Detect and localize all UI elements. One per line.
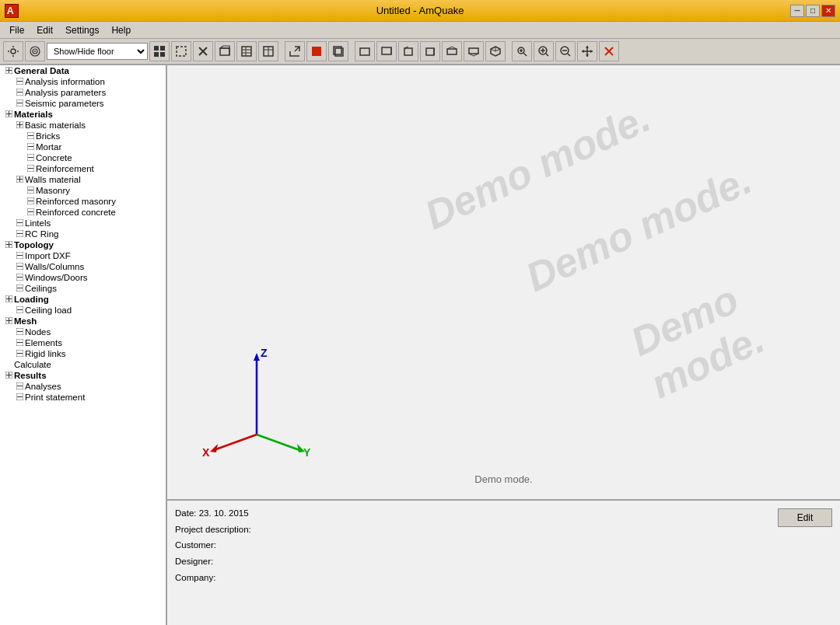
tree-item-bricks[interactable]: Bricks — [0, 131, 166, 141]
svg-rect-12 — [154, 52, 159, 57]
reset-btn[interactable] — [599, 41, 619, 61]
top-view-btn[interactable] — [442, 41, 462, 61]
menu-item-help[interactable]: Help — [105, 23, 137, 37]
tree-item-import-dxf[interactable]: Import DXF — [0, 250, 166, 261]
iso-view-btn[interactable] — [485, 41, 506, 61]
edit-button[interactable]: Edit — [778, 508, 832, 527]
tree-item-concrete[interactable]: Concrete — [0, 152, 166, 163]
tree-item-mortar[interactable]: Mortar — [0, 141, 166, 152]
window-controls: ─ □ ✕ — [790, 5, 835, 17]
svg-text:A: A — [7, 5, 14, 16]
menu-item-settings[interactable]: Settings — [59, 23, 105, 37]
svg-point-2 — [11, 49, 16, 54]
table2-toolbar-btn[interactable] — [258, 41, 278, 61]
fill-toolbar-btn[interactable] — [306, 41, 327, 61]
tree-item-lintels[interactable]: Lintels — [0, 218, 166, 229]
layers-toolbar-btn[interactable] — [328, 41, 348, 61]
table-toolbar-btn[interactable] — [236, 41, 257, 61]
tree-item-general-data[interactable]: General Data — [0, 65, 166, 76]
tree-label-masonry: Masonry — [36, 186, 70, 195]
tree-item-topology[interactable]: Topology — [0, 239, 166, 250]
tree-label-analysis-information: Analysis information — [25, 77, 105, 86]
zoom-in-btn[interactable] — [534, 41, 554, 61]
svg-rect-41 — [469, 48, 478, 54]
tree-label-rc-ring: RC Ring — [25, 229, 58, 239]
axes-container: Z X Y — [198, 341, 315, 460]
viewport[interactable]: Demo mode. Demo mode. Demo mode. Z X — [167, 65, 840, 501]
right-view-btn[interactable] — [420, 41, 440, 61]
tree-item-analyses[interactable]: Analyses — [0, 381, 166, 392]
tree-item-reinforcement[interactable]: Reinforcement — [0, 163, 166, 174]
select-toolbar-btn[interactable] — [171, 41, 191, 61]
tree-item-rc-ring[interactable]: RC Ring — [0, 229, 166, 239]
tree-item-materials[interactable]: Materials — [0, 109, 166, 120]
tree-label-walls-columns: Walls/Columns — [25, 262, 84, 271]
tree-item-calculate[interactable]: Calculate — [0, 359, 166, 370]
edit-button-container: Edit — [778, 505, 832, 620]
floor-select[interactable]: Show/Hide floor — [47, 43, 148, 60]
front-view-btn[interactable] — [355, 41, 375, 61]
project-label: Project description: — [175, 525, 251, 534]
svg-marker-63 — [582, 50, 584, 53]
tree-expander-rigid-links — [14, 350, 25, 358]
tree-item-nodes[interactable]: Nodes — [0, 326, 166, 337]
tree-label-results: Results — [14, 371, 47, 380]
close-button[interactable]: ✕ — [821, 5, 835, 17]
box-toolbar-btn[interactable] — [215, 41, 235, 61]
tree-item-print-statement[interactable]: Print statement — [0, 392, 166, 403]
pan-btn[interactable] — [577, 41, 597, 61]
minimize-button[interactable]: ─ — [790, 5, 804, 17]
left-view-btn[interactable] — [398, 41, 418, 61]
target-toolbar-btn[interactable] — [25, 41, 45, 61]
main-layout: General DataAnalysis informationAnalysis… — [0, 65, 840, 625]
export-toolbar-btn[interactable] — [285, 41, 305, 61]
tree-item-loading[interactable]: Loading — [0, 294, 166, 305]
info-panel: Date: 23. 10. 2015 Project description: … — [167, 501, 840, 625]
tree-expander-bricks — [25, 132, 36, 141]
tree-item-results[interactable]: Results — [0, 370, 166, 381]
bottom-view-btn[interactable] — [464, 41, 484, 61]
title-text: Untitled - AmQuake — [376, 5, 464, 16]
tree-expander-elements — [14, 339, 25, 347]
grid-toolbar-btn[interactable] — [149, 41, 170, 61]
tree-item-analysis-parameters[interactable]: Analysis parameters — [0, 87, 166, 98]
tree-item-walls-material[interactable]: Walls material — [0, 174, 166, 185]
tree-item-windows-doors[interactable]: Windows/Doors — [0, 272, 166, 283]
cross-toolbar-btn[interactable] — [193, 41, 213, 61]
tree-expander-results — [3, 372, 14, 380]
back-view-btn[interactable] — [376, 41, 397, 61]
svg-rect-34 — [404, 48, 412, 55]
zoom-out-btn[interactable] — [555, 41, 576, 61]
tree-item-masonry[interactable]: Masonry — [0, 185, 166, 196]
svg-marker-139 — [210, 444, 218, 452]
tree-item-rigid-links[interactable]: Rigid links — [0, 348, 166, 359]
tree-label-rigid-links: Rigid links — [25, 349, 65, 358]
tree-expander-basic-materials — [14, 121, 25, 130]
tree-item-elements[interactable]: Elements — [0, 337, 166, 348]
tree-item-analysis-information[interactable]: Analysis information — [0, 76, 166, 87]
tree-item-walls-columns[interactable]: Walls/Columns — [0, 261, 166, 272]
menu-item-edit[interactable]: Edit — [30, 23, 59, 37]
tree-item-ceiling-load[interactable]: Ceiling load — [0, 305, 166, 316]
menu-item-file[interactable]: File — [3, 23, 30, 37]
tree-item-seismic-parameters[interactable]: Seismic parameters — [0, 98, 166, 109]
zoom-window-btn[interactable] — [512, 41, 532, 61]
sun-toolbar-btn[interactable] — [3, 41, 23, 61]
tree-expander-analyses — [14, 382, 25, 391]
tree-item-reinforced-masonry[interactable]: Reinforced masonry — [0, 196, 166, 207]
date-row: Date: 23. 10. 2015 — [175, 505, 772, 522]
left-panel: General DataAnalysis informationAnalysis… — [0, 65, 167, 625]
tree-item-basic-materials[interactable]: Basic materials — [0, 120, 166, 131]
svg-rect-17 — [220, 48, 229, 55]
svg-rect-20 — [242, 47, 251, 56]
tree-label-nodes: Nodes — [25, 327, 51, 337]
tree-expander-analysis-information — [14, 78, 25, 86]
maximize-button[interactable]: □ — [806, 5, 820, 17]
tree-item-mesh[interactable]: Mesh — [0, 316, 166, 326]
tree-item-reinforced-concrete[interactable]: Reinforced concrete — [0, 207, 166, 218]
svg-text:Y: Y — [303, 446, 311, 458]
tree-label-general-data: General Data — [14, 66, 69, 75]
tree-item-ceilings[interactable]: Ceilings — [0, 283, 166, 294]
tree-expander-topology — [3, 241, 14, 250]
tree-label-reinforced-masonry: Reinforced masonry — [36, 197, 116, 206]
